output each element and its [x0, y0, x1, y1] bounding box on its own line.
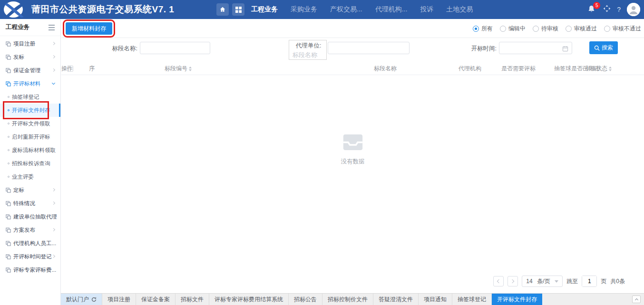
- radio-icon: [473, 26, 479, 32]
- collapse-bar-button[interactable]: [632, 295, 641, 303]
- agency-label-tooltip: 代理单位: 标段名称: [289, 40, 327, 60]
- collapse-menu-icon[interactable]: [49, 25, 55, 30]
- sidebar-item[interactable]: 抽签球登记: [0, 90, 60, 104]
- nav-item[interactable]: 投诉: [420, 5, 433, 14]
- bottom-tab[interactable]: 默认门户: [61, 294, 102, 305]
- window-icon: [6, 267, 11, 273]
- sort-icon[interactable]: [609, 67, 612, 71]
- sidebar-item[interactable]: 定标: [0, 183, 60, 197]
- window-icon: [6, 68, 11, 73]
- next-page-button[interactable]: [507, 276, 518, 286]
- sidebar-item[interactable]: 方案发布: [0, 223, 60, 237]
- bottom-tab[interactable]: 项目注册: [102, 294, 136, 305]
- sidebar-item[interactable]: 业主评委: [0, 170, 60, 183]
- status-radio[interactable]: 所有: [473, 25, 493, 33]
- page-size-select[interactable]: 14 条/页: [522, 276, 563, 287]
- sidebar-item[interactable]: 评标专家评标费...: [0, 263, 60, 276]
- notifications-bell-icon[interactable]: 5: [587, 5, 597, 14]
- empty-state: 没有数据: [61, 134, 644, 166]
- bid-section-name-input-wrap: [140, 42, 210, 54]
- switch-system-icon[interactable]: [603, 5, 611, 14]
- sidebar-item[interactable]: 特殊情况: [0, 197, 60, 210]
- sidebar-item[interactable]: 开评标文件封存: [0, 104, 60, 117]
- sidebar-item[interactable]: 代理机构人员工...: [0, 237, 60, 250]
- bottom-tab[interactable]: 招标公告: [289, 294, 322, 305]
- open-time-input[interactable]: [499, 42, 572, 54]
- prev-page-button[interactable]: [493, 276, 504, 286]
- chevron-icon: [52, 255, 55, 258]
- bottom-tab[interactable]: 项目通知: [419, 294, 452, 305]
- chevron-icon: [52, 68, 55, 72]
- status-filter-group: 所有 编辑中 待审核 审核通过 审核不通过: [473, 19, 641, 38]
- radio-icon: [500, 26, 506, 32]
- sidebar-item[interactable]: 招投标投诉查询: [0, 157, 60, 170]
- sidebar-item[interactable]: 发标: [0, 50, 60, 64]
- column-header: 代理机构: [459, 62, 481, 75]
- help-icon[interactable]: ?: [617, 6, 621, 13]
- bullet-icon: [8, 96, 10, 98]
- apps-grid-icon[interactable]: [232, 3, 244, 16]
- sidebar-item[interactable]: 项目注册: [0, 37, 60, 50]
- window-icon: [6, 201, 11, 206]
- bid-section-name-input[interactable]: [140, 42, 210, 54]
- window-icon: [6, 81, 11, 86]
- bid-section-name-label: 标段名称:: [78, 45, 137, 53]
- empty-text: 没有数据: [61, 158, 644, 166]
- tooltip-text: 标段名称: [289, 51, 326, 59]
- column-header: 操作: [61, 62, 73, 75]
- status-radio[interactable]: 编辑中: [500, 25, 526, 33]
- chevron-icon: [52, 81, 55, 85]
- status-radio[interactable]: 审核不通过: [604, 25, 641, 33]
- open-time-label: 开标时间:: [437, 45, 497, 53]
- open-time-input-wrap: [499, 42, 572, 54]
- nav-item[interactable]: 采购业务: [291, 5, 317, 14]
- page-suffix: 页: [601, 277, 606, 286]
- window-icon: [6, 241, 11, 246]
- no-data-icon: [342, 134, 364, 150]
- bottom-tab[interactable]: 答疑澄清文件: [373, 294, 419, 305]
- jump-label: 跳至: [566, 277, 578, 286]
- status-radio[interactable]: 待审核: [533, 25, 558, 33]
- bottom-tab[interactable]: 招标文件: [176, 294, 209, 305]
- search-button[interactable]: 搜索: [589, 41, 618, 54]
- chevron-icon: [52, 201, 55, 205]
- chevron-icon: [52, 42, 55, 45]
- toolbar: 新增材料封存 所有 编辑中 待审核 审核通过 审核不通过: [61, 19, 644, 38]
- sidebar-item[interactable]: 开评标时间登记: [0, 250, 60, 263]
- bottom-tab[interactable]: 评标专家评标费用结算系统: [209, 294, 289, 305]
- refresh-icon[interactable]: [91, 297, 97, 302]
- sidebar-item[interactable]: 开评标文件领取: [0, 117, 60, 130]
- sidebar-item[interactable]: 废标流标材料领取: [0, 143, 60, 157]
- agency-input[interactable]: [328, 42, 409, 54]
- sort-icon[interactable]: [189, 67, 192, 71]
- nav-item[interactable]: 工程业务: [251, 5, 278, 14]
- sidebar-item[interactable]: 建设单位抽取代理: [0, 210, 60, 223]
- total-count: 共0条: [610, 277, 625, 286]
- home-icon[interactable]: [216, 3, 229, 16]
- column-header: 是否需要评标: [501, 62, 536, 75]
- table-header: 序 标段编号 标段名称 代理机构 是否需要评标 抽签球是否已归还 审核状态: [61, 62, 644, 75]
- bullet-icon: [8, 123, 10, 124]
- bottom-tab[interactable]: 招标控制价文件: [322, 294, 373, 305]
- bullet-icon: [8, 136, 10, 138]
- chevron-icon: [52, 55, 55, 58]
- sidebar: 工程业务 项目注册 发标: [0, 19, 61, 305]
- sidebar-item[interactable]: 保证金管理: [0, 64, 60, 77]
- bottom-tab-bar: 默认门户 项目注册 保证金备案 招标文件: [61, 293, 644, 305]
- sidebar-title: 工程业务: [6, 23, 29, 31]
- user-avatar[interactable]: [627, 3, 640, 16]
- app-logo-icon: [3, 1, 29, 20]
- nav-item[interactable]: 产权交易...: [330, 5, 362, 14]
- sidebar-item[interactable]: 启封重新开评标: [0, 130, 60, 143]
- page-input[interactable]: [582, 276, 596, 286]
- page-input-wrap: [582, 276, 597, 287]
- nav-item[interactable]: 代理机构...: [375, 5, 408, 14]
- bottom-tab[interactable]: 抽签球登记: [452, 294, 492, 305]
- column-header: 审核状态: [585, 62, 612, 75]
- bottom-tab[interactable]: 开评标文件封存: [492, 294, 542, 305]
- nav-item[interactable]: 土地交易: [446, 5, 473, 14]
- status-radio[interactable]: 审核通过: [566, 25, 597, 33]
- bottom-tab[interactable]: 保证金备案: [136, 294, 176, 305]
- sidebar-item[interactable]: 开评标材料: [0, 77, 60, 90]
- new-material-seal-button[interactable]: 新增材料封存: [66, 22, 112, 35]
